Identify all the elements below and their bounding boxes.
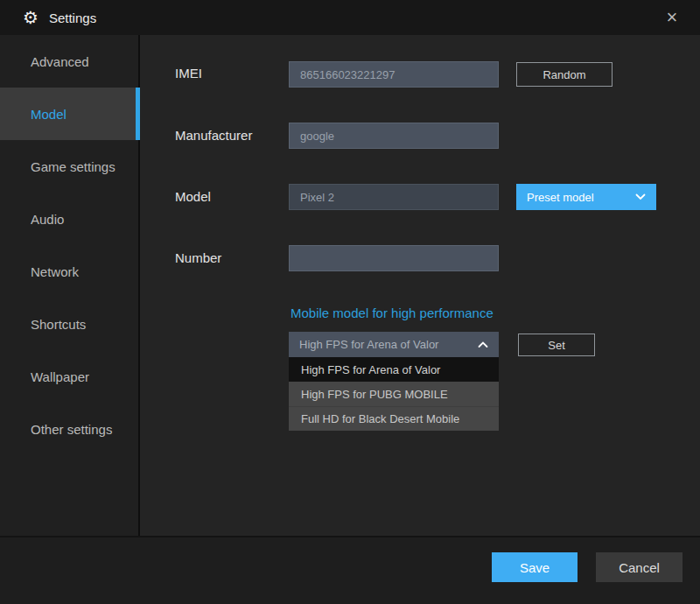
sidebar-item-network[interactable]: Network xyxy=(0,245,138,298)
chevron-down-icon xyxy=(635,193,646,200)
imei-label: IMEI xyxy=(175,66,202,81)
sidebar-item-model[interactable]: Model xyxy=(0,88,138,140)
footer-bar: Save Cancel xyxy=(0,537,700,604)
set-button[interactable]: Set xyxy=(518,334,595,356)
sidebar-item-other-settings[interactable]: Other settings xyxy=(0,403,138,455)
window-title: Settings xyxy=(49,11,96,25)
option-black-desert[interactable]: Full HD for Black Desert Mobile xyxy=(289,406,499,431)
sidebar-item-label: Advanced xyxy=(31,54,89,69)
model-input[interactable] xyxy=(289,184,499,210)
performance-option-list: High FPS for Arena of Valor High FPS for… xyxy=(289,357,499,431)
title-bar: ⚙ Settings × xyxy=(0,0,700,35)
close-icon[interactable]: × xyxy=(656,0,688,35)
sidebar-item-label: Game settings xyxy=(31,159,116,174)
sidebar-item-label: Shortcuts xyxy=(31,317,86,332)
performance-select[interactable]: High FPS for Arena of Valor xyxy=(289,332,499,357)
gear-icon: ⚙ xyxy=(23,9,38,26)
sidebar-item-advanced[interactable]: Advanced xyxy=(0,35,138,88)
preset-model-dropdown[interactable]: Preset model xyxy=(516,184,656,210)
option-label: High FPS for PUBG MOBILE xyxy=(301,388,448,401)
sidebar-item-audio[interactable]: Audio xyxy=(0,193,138,245)
option-label: Full HD for Black Desert Mobile xyxy=(301,412,459,425)
active-indicator-bar xyxy=(136,88,140,140)
performance-selected-value: High FPS for Arena of Valor xyxy=(299,338,438,351)
sidebar-item-game-settings[interactable]: Game settings xyxy=(0,140,138,193)
model-label: Model xyxy=(175,189,211,204)
sidebar-item-label: Model xyxy=(31,107,66,122)
manufacturer-input[interactable] xyxy=(289,123,499,149)
cancel-button[interactable]: Cancel xyxy=(596,552,682,582)
sidebar-item-label: Other settings xyxy=(31,422,112,437)
preset-model-label: Preset model xyxy=(527,191,594,204)
number-label: Number xyxy=(175,250,221,265)
option-arena-of-valor[interactable]: High FPS for Arena of Valor xyxy=(289,357,499,382)
number-input[interactable] xyxy=(289,245,499,271)
save-button[interactable]: Save xyxy=(492,552,578,582)
sidebar-item-shortcuts[interactable]: Shortcuts xyxy=(0,298,138,350)
model-settings-panel: IMEI Random Manufacturer Model Preset mo… xyxy=(142,35,700,536)
performance-heading: Mobile model for high performance xyxy=(290,306,494,320)
sidebar-item-wallpaper[interactable]: Wallpaper xyxy=(0,350,138,403)
imei-input[interactable] xyxy=(289,61,499,88)
chevron-up-icon xyxy=(478,341,488,348)
option-label: High FPS for Arena of Valor xyxy=(301,363,440,376)
random-button[interactable]: Random xyxy=(516,62,612,87)
sidebar-item-label: Network xyxy=(31,264,79,279)
option-pubg-mobile[interactable]: High FPS for PUBG MOBILE xyxy=(289,382,499,406)
settings-sidebar: Advanced Model Game settings Audio Netwo… xyxy=(0,35,140,536)
sidebar-item-label: Audio xyxy=(31,212,64,227)
sidebar-item-label: Wallpaper xyxy=(31,369,89,384)
manufacturer-label: Manufacturer xyxy=(175,128,252,143)
